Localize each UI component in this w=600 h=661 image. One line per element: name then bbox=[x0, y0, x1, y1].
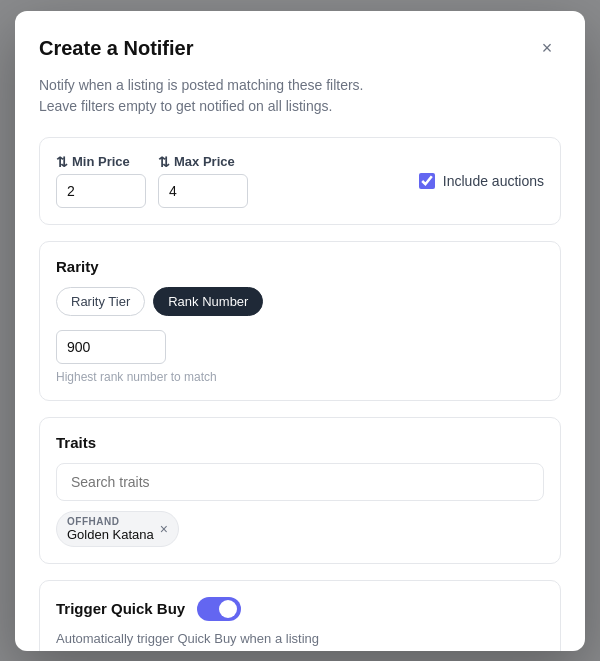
quick-buy-title: Trigger Quick Buy bbox=[56, 600, 185, 617]
max-price-input[interactable] bbox=[158, 174, 248, 208]
trait-remove-button[interactable]: × bbox=[160, 522, 168, 536]
quick-buy-header: Trigger Quick Buy bbox=[56, 597, 544, 621]
rank-hint: Highest rank number to match bbox=[56, 370, 544, 384]
modal-description: Notify when a listing is posted matching… bbox=[39, 75, 561, 117]
include-auctions-label: Include auctions bbox=[443, 173, 544, 189]
trait-tag-content: OFFHAND Golden Katana bbox=[67, 516, 154, 542]
rarity-section: Rarity Rarity Tier Rank Number Highest r… bbox=[39, 241, 561, 401]
max-price-arrow-icon: ⇅ bbox=[158, 154, 170, 170]
rarity-tabs: Rarity Tier Rank Number bbox=[56, 287, 544, 316]
close-button[interactable]: × bbox=[533, 35, 561, 63]
rarity-section-title: Rarity bbox=[56, 258, 544, 275]
max-price-field: ⇅ Max Price bbox=[158, 154, 248, 208]
quick-buy-toggle[interactable] bbox=[197, 597, 241, 621]
toggle-slider bbox=[197, 597, 241, 621]
rank-number-tab[interactable]: Rank Number bbox=[153, 287, 263, 316]
min-price-arrow-icon: ⇅ bbox=[56, 154, 68, 170]
modal-header: Create a Notifier × bbox=[39, 35, 561, 63]
max-price-label: ⇅ Max Price bbox=[158, 154, 248, 170]
min-price-input[interactable] bbox=[56, 174, 146, 208]
rank-number-input[interactable] bbox=[56, 330, 166, 364]
trait-name-label: Golden Katana bbox=[67, 527, 154, 542]
modal-title: Create a Notifier bbox=[39, 37, 194, 60]
traits-section: Traits OFFHAND Golden Katana × bbox=[39, 417, 561, 564]
price-section: ⇅ Min Price ⇅ Max Price Include auctions bbox=[39, 137, 561, 225]
create-notifier-modal: Create a Notifier × Notify when a listin… bbox=[15, 11, 585, 651]
quick-buy-description: Automatically trigger Quick Buy when a l… bbox=[56, 629, 544, 651]
rarity-tier-tab[interactable]: Rarity Tier bbox=[56, 287, 145, 316]
traits-search-input[interactable] bbox=[56, 463, 544, 501]
min-price-label: ⇅ Min Price bbox=[56, 154, 146, 170]
traits-section-title: Traits bbox=[56, 434, 544, 451]
include-auctions-container: Include auctions bbox=[419, 173, 544, 189]
min-price-field: ⇅ Min Price bbox=[56, 154, 146, 208]
price-row: ⇅ Min Price ⇅ Max Price Include auctions bbox=[56, 154, 544, 208]
trait-tag: OFFHAND Golden Katana × bbox=[56, 511, 179, 547]
trait-category-label: OFFHAND bbox=[67, 516, 154, 527]
include-auctions-checkbox[interactable] bbox=[419, 173, 435, 189]
quick-buy-section: Trigger Quick Buy Automatically trigger … bbox=[39, 580, 561, 651]
